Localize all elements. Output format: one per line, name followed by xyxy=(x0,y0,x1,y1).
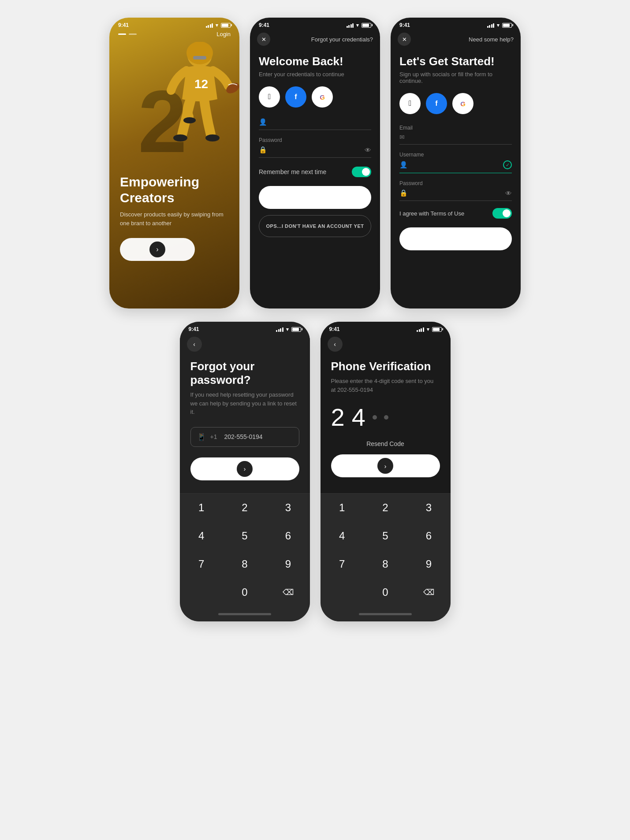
verify-next-button[interactable]: › xyxy=(331,454,440,477)
player-svg: 2 12 xyxy=(129,42,239,174)
numpad-1[interactable]: 1 xyxy=(180,494,223,522)
phone-input-row: 📱 +1 202-555-0194 xyxy=(190,427,299,447)
agree-row: I agree with Terms of Use xyxy=(399,208,512,219)
splash-login-button[interactable]: Login xyxy=(216,31,231,37)
splash-arrow-button[interactable]: › xyxy=(120,238,195,261)
apple-signup-button[interactable]:  xyxy=(399,93,421,114)
numpad-7[interactable]: 7 xyxy=(180,550,223,578)
digit-3-dot xyxy=(373,415,377,420)
numpad-6[interactable]: 6 xyxy=(266,522,309,550)
forgot-back-button[interactable]: ‹ xyxy=(187,337,202,352)
username-input[interactable] xyxy=(272,119,371,126)
password-signup-input-group: Password 🔒 👁 xyxy=(399,180,512,201)
numpad: 1 2 3 4 5 6 7 8 9 0 ⌫ xyxy=(180,493,310,606)
battery-icon xyxy=(502,23,512,28)
numpad-backspace[interactable]: ⌫ xyxy=(407,578,450,606)
signup-close-button[interactable]: ✕ xyxy=(398,33,411,46)
numpad-9[interactable]: 9 xyxy=(407,550,450,578)
battery-icon xyxy=(221,23,231,28)
forgot-status-icons: ▾ xyxy=(276,327,301,332)
help-link[interactable]: Need some help? xyxy=(469,36,514,43)
username-label: Username xyxy=(399,152,512,158)
signup-status-icons: ▾ xyxy=(487,22,512,28)
numpad-8[interactable]: 8 xyxy=(223,550,266,578)
verify-title: Phone Verification xyxy=(331,360,440,373)
signal-icon xyxy=(276,327,283,332)
login-time: 9:41 xyxy=(259,22,269,28)
numpad-4[interactable]: 4 xyxy=(321,522,364,550)
numpad-5[interactable]: 5 xyxy=(223,522,266,550)
numpad-0[interactable]: 0 xyxy=(364,578,407,606)
apple-icon:  xyxy=(409,99,411,108)
google-login-button[interactable]: G xyxy=(312,86,333,108)
arrow-icon: › xyxy=(377,458,393,474)
numpad-2[interactable]: 2 xyxy=(223,494,266,522)
home-indicator-bar xyxy=(321,606,451,621)
home-indicator-bar xyxy=(180,606,310,621)
login-button[interactable] xyxy=(259,186,371,209)
eye-icon[interactable]: 👁 xyxy=(365,146,371,154)
google-signup-button[interactable]: G xyxy=(452,93,473,114)
verify-subtitle: Please enter the 4-digit code sent to yo… xyxy=(331,377,440,394)
apple-login-button[interactable]:  xyxy=(259,86,280,108)
svg-text:12: 12 xyxy=(194,77,208,91)
signal-icon xyxy=(487,23,495,28)
forgot-next-button[interactable]: › xyxy=(190,457,299,480)
password-signup-input[interactable] xyxy=(412,190,501,197)
user-icon: 👤 xyxy=(259,118,267,126)
password-input[interactable] xyxy=(272,146,360,153)
verify-time: 9:41 xyxy=(329,326,340,332)
phone-number: 202-555-0194 xyxy=(224,433,262,440)
forgot-status-bar: 9:41 ▾ xyxy=(180,322,310,335)
numpad-6[interactable]: 6 xyxy=(407,522,450,550)
battery-icon xyxy=(362,23,371,28)
numpad-3[interactable]: 3 xyxy=(407,494,450,522)
numpad-9[interactable]: 9 xyxy=(266,550,309,578)
remember-toggle[interactable] xyxy=(352,167,371,177)
numpad-7[interactable]: 7 xyxy=(321,550,364,578)
google-icon: G xyxy=(460,100,466,108)
numpad-2[interactable]: 2 xyxy=(364,494,407,522)
facebook-signup-button[interactable]: f xyxy=(426,93,447,114)
svg-point-8 xyxy=(183,117,196,123)
agree-toggle[interactable] xyxy=(492,208,512,219)
forgot-credentials-link[interactable]: Forgot your credentials? xyxy=(311,36,373,43)
splash-hero-image: 2 12 xyxy=(109,42,239,174)
forgot-top-bar: ‹ xyxy=(180,335,310,356)
eye-icon[interactable]: 👁 xyxy=(505,190,512,197)
facebook-login-button[interactable]: f xyxy=(285,86,306,108)
signup-top-bar: ✕ Need some help? xyxy=(391,31,521,50)
close-button[interactable]: ✕ xyxy=(257,33,270,46)
forgot-subtitle: If you need help resetting your password… xyxy=(190,390,299,416)
back-icon: ‹ xyxy=(334,341,336,348)
numpad-3[interactable]: 3 xyxy=(266,494,309,522)
password-label: Password xyxy=(259,137,371,143)
login-subtitle: Enter your credentials to continue xyxy=(259,71,371,78)
numpad-backspace[interactable]: ⌫ xyxy=(266,578,309,606)
numpad-5[interactable]: 5 xyxy=(364,522,407,550)
signup-button[interactable] xyxy=(399,227,512,250)
close-icon: ✕ xyxy=(402,36,407,43)
verify-screen: 9:41 ▾ ‹ Phone Verification Please enter… xyxy=(321,322,451,621)
username-signup-input-group: Username 👤 ✓ xyxy=(399,152,512,173)
facebook-icon: f xyxy=(435,100,437,108)
numpad-8[interactable]: 8 xyxy=(364,550,407,578)
splash-title: Empowering Creators xyxy=(120,174,229,206)
digit-4-dot xyxy=(384,415,388,420)
splash-time: 9:41 xyxy=(118,22,129,28)
verify-back-button[interactable]: ‹ xyxy=(328,337,343,352)
numpad-4[interactable]: 4 xyxy=(180,522,223,550)
signup-body: Let's Get Started! Sign up with socials … xyxy=(391,50,521,264)
numpad-empty xyxy=(180,578,223,606)
signup-redirect-button[interactable]: OPS...I DON'T HAVE AN ACCOUNT YET xyxy=(259,215,371,237)
resend-code-link[interactable]: Resend Code xyxy=(331,440,440,447)
email-icon: ✉ xyxy=(399,134,405,141)
apple-icon:  xyxy=(268,93,271,101)
numpad-1[interactable]: 1 xyxy=(321,494,364,522)
digit-2: 4 xyxy=(352,403,365,431)
home-indicator xyxy=(359,613,412,615)
username-signup-input[interactable] xyxy=(412,161,499,168)
phone-icon: 📱 xyxy=(197,433,206,441)
numpad-0[interactable]: 0 xyxy=(223,578,266,606)
verify-digits: 2 4 xyxy=(331,403,440,431)
